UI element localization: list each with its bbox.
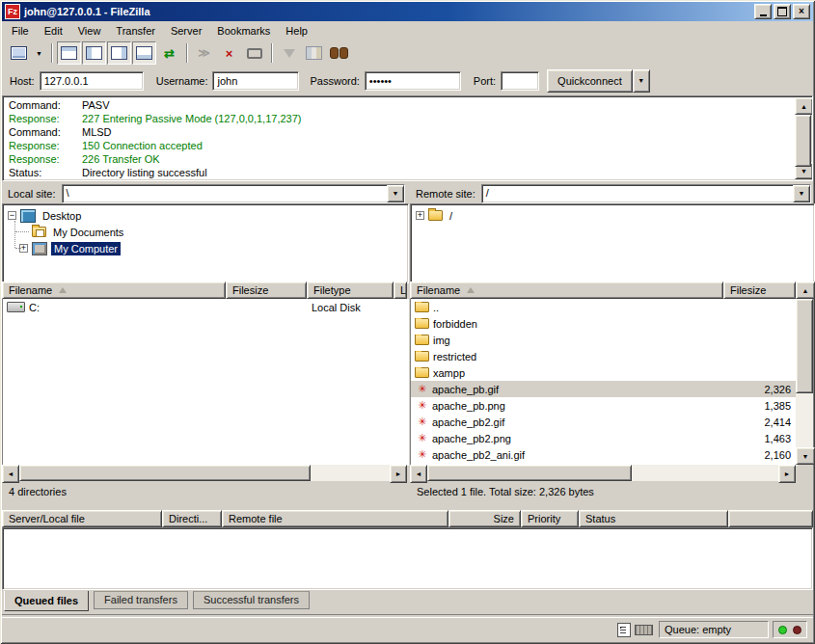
filter-button[interactable] [277, 41, 301, 65]
scrollbar-thumb[interactable] [795, 115, 811, 167]
remote-tree[interactable]: + / [410, 203, 815, 283]
find-button[interactable] [327, 41, 351, 65]
toggle-remote-tree-button[interactable] [107, 41, 131, 65]
collapse-icon[interactable]: − [8, 211, 16, 220]
remote-file-row[interactable]: img [411, 332, 797, 348]
username-input[interactable] [212, 71, 299, 91]
scroll-up-button[interactable]: ▲ [795, 97, 813, 115]
scrollbar-track[interactable] [795, 115, 811, 162]
scrollbar-track[interactable] [19, 465, 390, 481]
tree-item-root[interactable]: + / [411, 207, 814, 224]
remote-file-row-selected[interactable]: ✳apache_pb.gif 2,326 [411, 381, 797, 397]
scroll-up-button[interactable]: ▲ [796, 282, 815, 299]
local-file-list[interactable]: C: Local Disk [2, 299, 409, 466]
site-manager-button[interactable] [7, 41, 31, 65]
local-site-combobox[interactable]: \ ▼ [62, 184, 405, 203]
filezilla-logo-icon: Fz [5, 4, 20, 19]
tree-item-label: My Documents [50, 226, 126, 239]
column-header-filename[interactable]: Filename [2, 282, 226, 299]
column-header-filename[interactable]: Filename [410, 282, 723, 299]
minimize-button[interactable] [754, 4, 772, 19]
maximize-button[interactable] [774, 4, 791, 19]
remote-file-row[interactable]: ✳apache_pb.png 1,385 [411, 397, 797, 414]
menu-file[interactable]: File [4, 23, 37, 39]
menu-bookmarks[interactable]: Bookmarks [209, 23, 278, 39]
remote-site-combobox[interactable]: / ▼ [481, 184, 811, 203]
column-header-lastmodified[interactable]: L [394, 282, 407, 299]
remote-file-row[interactable]: ✳apache_pb2.png 1,463 [411, 430, 797, 446]
disconnect-button[interactable] [242, 41, 266, 65]
remote-vertical-scrollbar[interactable]: ▲ ▼ [796, 282, 813, 465]
menu-transfer[interactable]: Transfer [108, 23, 163, 39]
expand-icon[interactable]: + [416, 211, 424, 220]
tree-item-my-documents[interactable]: My Documents [3, 224, 408, 240]
remote-horizontal-scrollbar[interactable]: ◄ ► [410, 465, 796, 481]
cancel-button[interactable]: × [217, 41, 241, 65]
column-header-size[interactable]: Size [448, 510, 521, 527]
local-tree[interactable]: − Desktop My Documents + My Computer [2, 203, 409, 283]
process-queue-button[interactable]: ≫ [192, 41, 216, 65]
password-input[interactable] [365, 71, 461, 91]
close-icon: × [799, 7, 804, 16]
local-file-row[interactable]: C: Local Disk [3, 299, 408, 315]
log-vertical-scrollbar[interactable]: ▲ ▼ [795, 97, 811, 179]
filename-cell: ✳apache_pb2.png [411, 433, 724, 444]
column-header-server-local-file[interactable]: Server/Local file [2, 510, 162, 527]
tab-queued-files[interactable]: Queued files [4, 591, 89, 611]
quickconnect-button[interactable]: Quickconnect [547, 69, 633, 93]
remote-file-row[interactable]: ✳apache_pb2_ani.gif 2,160 [411, 446, 797, 463]
quickconnect-dropdown[interactable]: ▼ [633, 69, 650, 93]
remote-file-row[interactable]: .. [411, 299, 797, 315]
scrollbar-thumb[interactable] [427, 465, 632, 481]
tree-line [14, 221, 15, 248]
scrollbar-thumb[interactable] [796, 299, 813, 393]
close-button[interactable]: × [793, 4, 810, 19]
transfer-type-icon[interactable] [617, 623, 631, 637]
column-header-direction[interactable]: Directi... [162, 510, 222, 527]
scrollbar-track[interactable] [427, 465, 778, 481]
local-horizontal-scrollbar[interactable]: ◄ ► [2, 465, 407, 481]
column-header-filesize[interactable]: Filesize [723, 282, 796, 299]
scrollbar-thumb[interactable] [19, 465, 311, 481]
local-site-dropdown[interactable]: ▼ [387, 185, 404, 202]
column-header-filesize[interactable]: Filesize [226, 282, 307, 299]
menu-edit[interactable]: Edit [37, 23, 70, 39]
scroll-down-button[interactable]: ▼ [796, 447, 815, 465]
menu-server[interactable]: Server [163, 23, 209, 39]
toggle-log-button[interactable] [57, 41, 81, 65]
tree-item-desktop[interactable]: − Desktop [3, 207, 408, 224]
column-header-status[interactable]: Status [579, 510, 728, 527]
remote-file-row[interactable]: xampp [411, 364, 797, 381]
remote-file-list[interactable]: .. forbidden img restricted xampp ✳apach… [410, 299, 798, 466]
filename-text: restricted [433, 351, 476, 362]
column-header-filetype[interactable]: Filetype [307, 282, 394, 299]
menu-help[interactable]: Help [278, 23, 315, 39]
binoculars-icon [330, 47, 348, 59]
refresh-button[interactable]: ⇄ [157, 41, 181, 65]
tab-successful-transfers[interactable]: Successful transfers [193, 591, 310, 609]
tree-item-my-computer[interactable]: + My Computer [3, 240, 408, 256]
filename-text: C: [29, 302, 40, 313]
host-input[interactable] [40, 71, 144, 91]
remote-site-value: / [482, 185, 793, 202]
title-bar[interactable]: Fz john@127.0.0.1 - FileZilla × [2, 2, 813, 21]
remote-site-dropdown[interactable]: ▼ [793, 185, 810, 202]
scrollbar-track[interactable] [796, 299, 813, 447]
column-header-priority[interactable]: Priority [521, 510, 579, 527]
remote-file-row[interactable]: restricted [411, 348, 797, 364]
compare-button[interactable] [302, 41, 326, 65]
site-manager-dropdown[interactable]: ▼ [32, 41, 46, 65]
port-input[interactable] [501, 71, 539, 91]
tab-failed-transfers[interactable]: Failed transfers [94, 591, 188, 609]
scroll-left-icon: ◄ [8, 470, 14, 477]
remote-file-row[interactable]: ✳apache_pb2.gif 2,414 [411, 414, 797, 430]
message-log[interactable]: Command:PASV Response:227 Entering Passi… [2, 95, 813, 181]
toggle-queue-button[interactable] [132, 41, 156, 65]
filetype-cell: Local Disk [308, 302, 394, 313]
menu-view[interactable]: View [70, 23, 109, 39]
queue-list[interactable] [2, 527, 813, 590]
keyboard-icon[interactable] [635, 625, 653, 635]
column-header-remote-file[interactable]: Remote file [222, 510, 448, 527]
remote-file-row[interactable]: forbidden [411, 315, 797, 332]
toggle-local-tree-button[interactable] [82, 41, 106, 65]
